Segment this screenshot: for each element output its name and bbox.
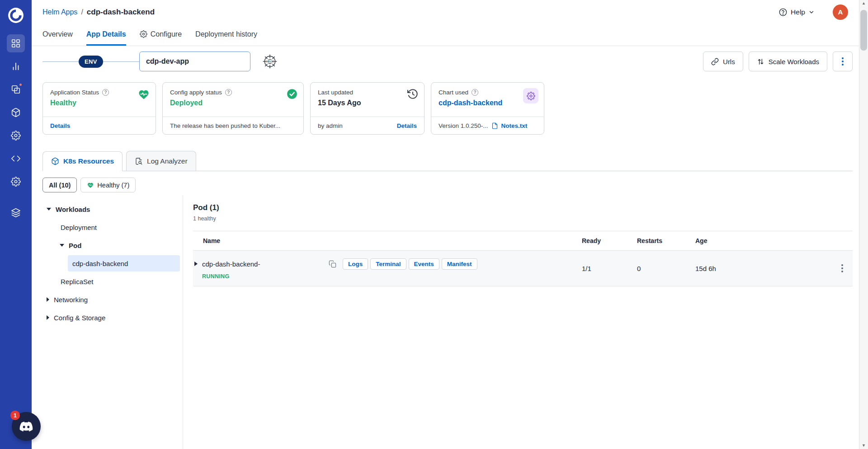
tree-node-deployment[interactable]: Deployment <box>42 218 183 236</box>
events-button[interactable]: Events <box>409 258 439 270</box>
tree-label: Deployment <box>61 224 97 231</box>
status-cards: Application Status Healthy Details <box>42 82 853 135</box>
caret-down-icon <box>47 208 51 210</box>
avatar[interactable]: A <box>833 5 848 20</box>
chat-notification-badge: 1 <box>10 411 20 420</box>
config-apply-message: The release has been pushed to Kuber... <box>170 122 280 129</box>
tree-node-networking[interactable]: Networking <box>42 290 183 309</box>
tab-app-details[interactable]: App Details <box>86 24 126 46</box>
pod-restarts: 0 <box>637 265 695 272</box>
env-connector-line <box>103 61 139 62</box>
question-icon[interactable] <box>472 89 478 96</box>
tab-label: Configure <box>151 30 182 38</box>
pod-status: RUNNING <box>202 273 582 280</box>
tab-label: K8s Resources <box>63 157 114 165</box>
urls-button[interactable]: Urls <box>703 51 743 71</box>
sidebar-item-charts[interactable] <box>7 57 25 75</box>
logs-button[interactable]: Logs <box>343 258 368 270</box>
card-title: Application Status <box>50 89 99 96</box>
svg-text:HELM: HELM <box>266 60 274 63</box>
kebab-icon <box>842 57 844 65</box>
apps-grid-icon <box>11 38 21 48</box>
more-options-button[interactable] <box>833 51 853 71</box>
bar-chart-icon <box>11 61 21 71</box>
terminal-button[interactable]: Terminal <box>370 258 406 270</box>
urls-label: Urls <box>723 58 735 65</box>
sidebar-item-settings[interactable] <box>7 173 25 191</box>
scroll-up-arrow[interactable] <box>862 1 866 5</box>
sidebar-item-app-groups[interactable] <box>7 80 25 98</box>
card-title: Chart used <box>439 89 468 96</box>
breadcrumb: Helm Apps / cdp-dash-backend <box>42 8 155 17</box>
tab-deployment-history[interactable]: Deployment history <box>195 24 257 46</box>
tree-node-replicaset[interactable]: ReplicaSet <box>42 272 183 290</box>
tab-k8s-resources[interactable]: K8s Resources <box>42 151 123 171</box>
tab-log-analyzer[interactable]: Log Analyzer <box>126 151 196 171</box>
scrollbar[interactable] <box>859 0 868 449</box>
tree-node-cdp-dash-backend[interactable]: cdp-dash-backend <box>68 255 180 271</box>
filter-healthy[interactable]: Healthy (7) <box>80 178 136 192</box>
log-analyzer-icon <box>135 157 143 165</box>
sidebar <box>0 0 32 449</box>
manifest-button[interactable]: Manifest <box>442 258 477 270</box>
environment-select[interactable]: cdp-dev-app <box>139 51 250 71</box>
pod-name[interactable]: cdp-dash-backend- <box>202 260 329 268</box>
pod-actions: Logs Terminal Events Manifest <box>343 258 477 270</box>
notes-link[interactable]: Notes.txt <box>501 122 528 129</box>
chart-gear-icon <box>523 88 538 103</box>
caret-right-icon <box>47 297 49 302</box>
chart-used-link[interactable]: cdp-dash-backend <box>439 99 502 107</box>
scroll-down-arrow[interactable] <box>862 444 866 448</box>
help-menu[interactable]: Help <box>778 8 815 17</box>
scale-workloads-button[interactable]: Scale Workloads <box>749 51 827 71</box>
sidebar-item-resource-browser[interactable] <box>7 103 25 122</box>
app-tab-bar: Overview App Details Configure Deploymen… <box>32 24 868 46</box>
breadcrumb-current-app: cdp-dash-backend <box>87 8 155 17</box>
pod-ready: 1/1 <box>582 265 637 272</box>
env-selector-group: ENV cdp-dev-app <box>42 51 250 71</box>
app-window: Helm Apps / cdp-dash-backend Help A <box>0 0 868 449</box>
file-icon <box>491 122 498 129</box>
filter-all[interactable]: All (10) <box>42 178 77 192</box>
tree-label: Networking <box>54 296 88 304</box>
tree-label: Pod <box>69 242 81 249</box>
application-status-card: Application Status Healthy Details <box>42 82 156 135</box>
env-badge: ENV <box>79 56 103 68</box>
sidebar-item-stack-manager[interactable] <box>7 204 25 222</box>
devtron-logo[interactable] <box>7 6 25 24</box>
gear-icon <box>11 131 21 140</box>
table-header: Name Ready Restarts Age <box>193 231 853 251</box>
gear-icon <box>11 177 21 187</box>
tab-configure[interactable]: Configure <box>140 24 182 46</box>
config-apply-status-value: Deployed <box>170 99 296 107</box>
gear-icon <box>140 30 147 38</box>
breadcrumb-helm-apps-link[interactable]: Helm Apps <box>42 8 77 16</box>
expand-caret-icon[interactable] <box>194 262 198 266</box>
row-menu-button[interactable] <box>832 264 853 272</box>
environment-select-value: cdp-dev-app <box>146 57 189 65</box>
tree-node-pod[interactable]: Pod <box>42 236 183 254</box>
tree-node-config-storage[interactable]: Config & Storage <box>42 309 183 327</box>
application-status-details-link[interactable]: Details <box>50 122 70 129</box>
tab-overview[interactable]: Overview <box>42 24 73 46</box>
chevron-down-icon <box>808 9 815 15</box>
last-updated-details-link[interactable]: Details <box>397 122 417 129</box>
code-icon <box>11 154 21 164</box>
env-row: ENV cdp-dev-app HELM <box>42 51 853 71</box>
sidebar-item-global-config[interactable] <box>7 126 25 145</box>
top-header: Helm Apps / cdp-dash-backend Help A <box>32 0 868 24</box>
chat-widget-button[interactable]: 1 <box>12 412 41 441</box>
question-icon[interactable] <box>225 89 232 96</box>
filter-healthy-label: Healthy (7) <box>97 182 129 189</box>
tree-node-workloads[interactable]: Workloads <box>42 200 183 218</box>
pod-section-subtitle: 1 healthy <box>193 215 853 222</box>
sidebar-item-api[interactable] <box>7 150 25 168</box>
question-icon[interactable] <box>102 89 109 96</box>
scrollbar-thumb[interactable] <box>860 10 867 51</box>
copy-icon[interactable] <box>329 260 336 268</box>
link-icon <box>711 58 719 65</box>
tree-label: ReplicaSet <box>61 278 94 285</box>
sidebar-item-applications[interactable] <box>7 34 25 52</box>
check-circle-icon <box>286 88 298 100</box>
scale-arrows-icon <box>757 58 764 65</box>
